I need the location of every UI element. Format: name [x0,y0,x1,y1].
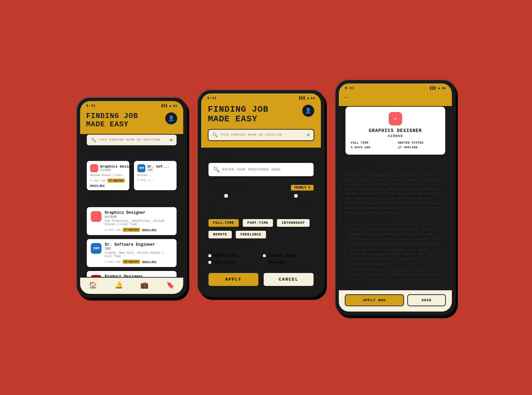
exp-manager-label: MANAGER [268,261,285,264]
popular-job-1[interactable]: ✈ Graphics Designer Airbnb San Francisco… [86,206,177,236]
responsibility-item-3: Work collaboratively with other designer… [349,268,446,278]
description-text: Visualizer is responsible to brainstorm … [345,173,446,215]
phone1-search-input[interactable] [99,138,167,142]
phone1-search-bar[interactable]: 🔍 ⚙ [86,134,177,146]
nav-saved-icon[interactable]: 🔖 [166,281,175,289]
salary-max: $100k [303,200,314,204]
job-company: IBM [147,169,169,172]
bottom-nav: 🏠 🔔 💼 🔖 [80,277,183,294]
salary-min: $40k [208,200,216,204]
wifi-icon: ▲ [307,96,309,100]
battery-icon: ▮▮ [173,104,177,108]
exp-manager-checkbox[interactable] [262,260,266,264]
battery-icon: ▮▮ [442,86,446,90]
job-footer: 2 days ago 26 applied Apply Now [105,260,173,264]
job-type-internship[interactable]: INTERNSHIP [276,218,310,227]
phone2-avatar[interactable]: 👤 [302,105,314,117]
phone3-time: 9:41 [345,86,354,90]
meta-applied-count: 17 APPLIED [398,146,440,149]
experience-section: EXPERIENCE LEVEL ENTRY LEVEL SENIOR LEVE… [208,246,314,264]
job-footer: 2 days a... [137,179,173,182]
salary-labels: $40k $100k [208,200,314,204]
slider-thumb-left[interactable] [224,194,228,198]
slider-thumb-right[interactable] [294,194,298,198]
applied-badge: 26 applied [123,260,140,264]
meta-employment-type: FULL TIME [351,141,393,145]
responsibility-list: Visualize and create visual concepts, gr… [345,227,446,278]
responsibility-item-2: Translate client requirements, user need… [349,248,446,267]
recent-job-card-1[interactable]: ✈ Graphics Designer Airbnb United States… [86,160,130,191]
back-arrow[interactable]: ← [345,94,446,101]
signal-icon: ▌▌▌ [162,104,168,108]
exp-entry-checkbox[interactable] [208,254,212,258]
recent-jobs-title: RECENT JOBS [80,151,183,160]
job-detail-meta: FULL TIME UNITED STATES 5 DAYS AGO 17 AP… [351,141,440,149]
phone2-status-icons: ▌▌▌ ▲ ▮▮ [299,96,315,100]
phone1-status-bar: 9:41 ▌▌▌ ▲ ▮▮ [80,101,183,109]
responsibility-text: Visualize and create visual concepts, gr… [345,227,446,278]
slider-fill [224,196,298,197]
popular-job-2[interactable]: IBM Sr. Software Engineer IBM Armonk, Ne… [86,238,177,268]
applied-badge: 17 applied [107,179,125,183]
job-type-label: JOB TYPE [208,210,314,215]
recent-job-card-2[interactable]: IBM Sr. Sof... IBM United... 2 days a... [133,160,177,191]
phone-1-screen: 9:41 ▌▌▌ ▲ ▮▮ FINDING JOB MADE EASY 👤 🔍 [80,101,183,294]
cancel-button[interactable]: CANCEL [263,272,314,287]
exp-manager[interactable]: MANAGER [262,260,314,264]
phone2-search-bar[interactable]: 🔍 ⚙ [208,129,314,141]
job-type-parttime[interactable]: PART-TIME [242,218,274,227]
phone1-avatar[interactable]: 👤 [165,112,177,124]
location-input-container[interactable]: 🔍 [208,162,314,177]
exp-mid-label: MID LEVEL [214,261,235,264]
days-ago: 2 days a... [137,179,155,182]
days-ago: 5 days ago [105,228,121,231]
apply-link[interactable]: Apply Now [142,228,156,231]
phone3-status-icons: ▌▌▌ ▲ ▮▮ [430,86,446,90]
exp-senior-label: SENIOR LEVEL [268,254,296,258]
job-type-remote[interactable]: REMOTE [208,230,232,239]
yearly-button[interactable]: YEARLY ▼ [290,184,314,191]
nav-jobs-icon[interactable]: 💼 [140,281,149,289]
nav-notifications-icon[interactable]: 🔔 [115,281,123,289]
phone1-app-title: FINDING JOB MADE EASY [86,112,138,128]
phone2-top-section: 9:41 ▌▌▌ ▲ ▮▮ FINDING JOB MADE EASY 👤 � [201,93,321,148]
job-type-fulltime[interactable]: FULL-TIME [208,218,239,227]
salary-slider[interactable] [208,196,314,197]
phone-2-shell: 9:41 ▌▌▌ ▲ ▮▮ FINDING JOB MADE EASY 👤 � [197,89,325,297]
filter-icon[interactable]: ⚙ [307,132,310,138]
apply-link[interactable]: Apply Now [90,184,104,187]
save-button[interactable]: SAVE [407,294,446,306]
airbnb-logo: ✈ [90,164,98,172]
phone1-time: 9:41 [86,104,95,108]
phone2-search-input[interactable] [220,133,304,137]
phone3-status-bar: 9:41 ▌▌▌ ▲ ▮▮ [339,83,452,91]
meta-location: UNITED STATES [398,141,440,145]
job-meta: United States | Full Time [90,174,126,177]
ibm-logo: IBM [137,164,145,172]
location-input[interactable] [222,168,309,172]
job-type-freelance[interactable]: FREELANCE [235,230,267,239]
exp-entry[interactable]: ENTRY LEVEL [208,254,260,258]
phone2-header: FINDING JOB MADE EASY 👤 [201,101,321,129]
job-company: Airbnb [105,215,173,219]
job-company: Airbnb [100,169,137,172]
apply-link[interactable]: Apply Now [142,260,156,263]
exp-senior[interactable]: SENIOR LEVEL [262,254,314,258]
recent-jobs-row: ✈ Graphics Designer Airbnb United States… [80,160,183,198]
nav-home-icon[interactable]: 🏠 [89,281,97,289]
exp-senior-checkbox[interactable] [262,254,266,258]
exp-mid-checkbox[interactable] [208,260,212,264]
apply-now-button[interactable]: APPLY NOW [345,294,404,306]
apply-button[interactable]: APPLY [208,272,259,287]
exp-mid[interactable]: MID LEVEL [208,260,260,264]
job-location: Armonk, New York, United States | Full T… [105,251,173,258]
slider-track [208,196,314,197]
phone-1-shell: 9:41 ▌▌▌ ▲ ▮▮ FINDING JOB MADE EASY 👤 🔍 [76,97,187,298]
salary-label: SALARY RANGE [208,184,244,188]
airbnb-logo-detail: ✈ [389,112,402,125]
phone-3-shell: 9:41 ▌▌▌ ▲ ▮▮ ← ✈ GRAPHICS DESIGNER AIRB… [335,79,456,316]
job-meta: United... [137,174,173,177]
signal-icon: ▌▌▌ [430,86,437,90]
salary-header: SALARY RANGE YEARLY ▼ [208,184,314,192]
filter-icon[interactable]: ⚙ [170,137,173,143]
